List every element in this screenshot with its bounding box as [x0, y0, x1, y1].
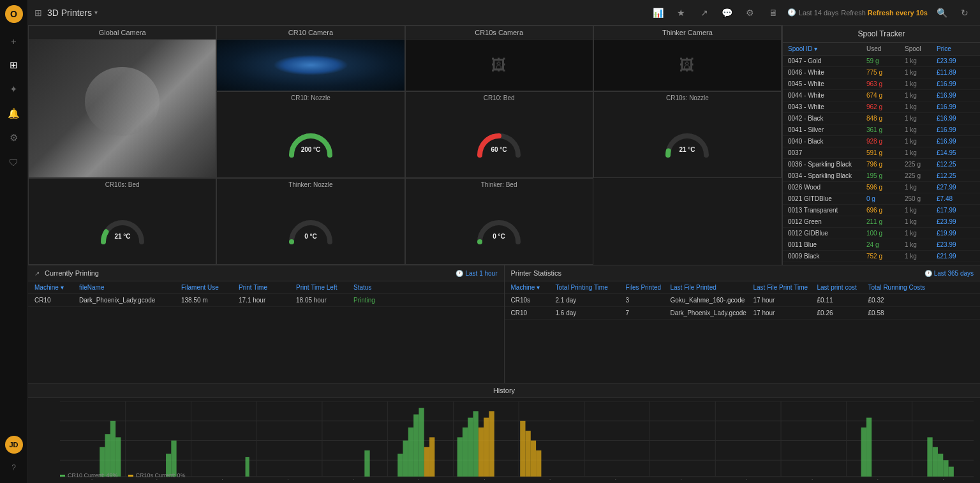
spool-weight: 225 g [905, 172, 937, 179]
ps-total-cost-2: £0.58 [868, 309, 939, 316]
svg-text:5/17: 5/17 [283, 479, 295, 480]
svg-text:5/16: 5/16 [218, 479, 229, 480]
settings-button[interactable]: ⚙ [741, 4, 759, 22]
svg-text:0 °C: 0 °C [304, 233, 317, 240]
spool-list-item[interactable]: 0012 GIDBlue 100 g 1 kg £19.99 [783, 228, 980, 239]
sidebar-item-settings[interactable]: ⚙ [4, 128, 24, 148]
sidebar-item-star[interactable]: ✦ [4, 79, 24, 100]
spool-list-item[interactable]: 0042 - Black 848 g 1 kg £16.99 [783, 113, 980, 124]
comment-button[interactable]: 💬 [718, 4, 736, 22]
cr10s-legend-color [128, 475, 133, 477]
spool-id: 0036 - Sparkling Black [788, 161, 866, 168]
global-camera-feed[interactable] [29, 40, 216, 177]
search-button[interactable]: 🔍 [933, 4, 951, 22]
topbar-grid-icon: ⊞ [34, 8, 42, 18]
spool-tracker: Spool Tracker Spool ID ▾ Used Spool Pric… [782, 26, 980, 265]
svg-text:5/20: 5/20 [480, 479, 491, 480]
sidebar-item-shield[interactable]: 🛡 [4, 152, 24, 172]
spool-price: £21.99 [937, 253, 975, 260]
spool-used: 100 g [866, 230, 905, 237]
time-range: 🕐 Last 14 days Refresh Refresh every 10s [787, 8, 928, 17]
spool-list-item[interactable]: 0012 Green 211 g 1 kg £23.99 [783, 216, 980, 228]
display-button[interactable]: 🖥 [764, 4, 782, 22]
global-camera-panel: Global Camera [28, 26, 216, 178]
sidebar-item-add[interactable]: + [4, 31, 24, 51]
topbar: ⊞ 3D Printers ▾ 📊 ★ ↗ 💬 ⚙ 🖥 🕐 Last 14 da… [28, 0, 980, 26]
spool-list-item[interactable]: 0041 - Silver 361 g 1 kg £16.99 [783, 124, 980, 136]
cr10s-nozzle-title: CR10s: Nozzle [664, 92, 711, 104]
star-button[interactable]: ★ [672, 4, 690, 22]
spool-list-item[interactable]: 0026 Wood 596 g 1 kg £27.99 [783, 182, 980, 193]
ps-last-cost-1: £0.11 [817, 297, 868, 304]
external-link-icon[interactable]: ↗ [34, 270, 40, 277]
spool-list-item[interactable]: 0021 GITDBlue 0 g 250 g £7.48 [783, 193, 980, 205]
spool-used: 674 g [866, 92, 905, 99]
spool-table-header: Spool ID ▾ Used Spool Price [783, 43, 980, 56]
ps-total-cost-1: £0.32 [868, 297, 939, 304]
spool-list-item[interactable]: 0046 - White 775 g 1 kg £11.89 [783, 67, 980, 78]
global-camera-title: Global Camera [29, 26, 216, 40]
ps-last-time-2: 17 hour [754, 309, 817, 316]
spool-used: 0 g [866, 195, 905, 202]
spool-list-item[interactable]: 0011 Blue 24 g 1 kg £23.99 [783, 239, 980, 251]
spool-used: 361 g [866, 126, 905, 133]
spool-list-item[interactable]: 0034 - Sparkling Black 195 g 225 g £12.2… [783, 170, 980, 182]
reload-button[interactable]: ↻ [956, 4, 974, 22]
printer-stats-body: CR10s 2.1 day 3 Goku_Kahme_160-.gcode 17… [505, 294, 981, 383]
share-button[interactable]: ↗ [695, 4, 713, 22]
svg-text:5/19: 5/19 [414, 479, 426, 480]
cr10-nozzle-title: CR10: Nozzle [288, 92, 333, 104]
sidebar-item-notifications[interactable]: 🔔 [4, 103, 24, 124]
spool-list-item[interactable]: 0045 - White 963 g 1 kg £16.99 [783, 78, 980, 90]
spool-list-item[interactable]: 0036 - Sparkling Black 796 g 225 g £12.2… [783, 159, 980, 170]
spool-price: £16.99 [937, 138, 975, 145]
spool-used: 596 g [866, 184, 905, 191]
cr10-legend-label: CR10 Current: 49% [68, 472, 118, 479]
ps-machine-header[interactable]: Machine ▾ [511, 284, 556, 291]
svg-text:0 °C: 0 °C [493, 233, 505, 240]
table-row[interactable]: CR10 1.6 day 7 Dark_Phoenix_Lady.gcode 1… [505, 307, 981, 320]
spool-id: 0041 - Silver [788, 126, 866, 133]
spool-id: 0021 GITDBlue [788, 195, 866, 202]
table-row[interactable]: CR10 Dark_Phoenix_Lady.gcode 138.50 m 17… [28, 294, 504, 307]
app-logo[interactable]: O [5, 5, 23, 23]
cr10s-camera-feed[interactable]: 🖼 [406, 40, 593, 91]
spool-list-item[interactable]: 0047 - Gold 59 g 1 kg £23.99 [783, 56, 980, 67]
spool-id-header[interactable]: Spool ID ▾ [788, 45, 866, 52]
spool-list-item[interactable]: 0044 - White 674 g 1 kg £16.99 [783, 90, 980, 101]
spool-tracker-title: Spool Tracker [783, 26, 980, 43]
svg-rect-53 [933, 447, 938, 477]
cr10-camera-image [217, 40, 404, 91]
cp-filename-header[interactable]: fileName [79, 284, 181, 291]
sidebar-item-dashboard[interactable]: ⊞ [4, 55, 24, 75]
spool-used: 211 g [866, 218, 905, 225]
avatar[interactable]: JD [5, 436, 23, 454]
spool-id: 0042 - Black [788, 115, 866, 122]
ps-last-file-1: Goku_Kahme_160-.gcode [671, 297, 754, 304]
cr10-camera-feed[interactable] [217, 40, 404, 91]
svg-text:5/25: 5/25 [808, 479, 819, 480]
cp-status: Printing [353, 297, 405, 304]
cp-machine-header[interactable]: Machine ▾ [34, 284, 79, 291]
spool-price: £11.89 [937, 69, 975, 76]
spool-list-item[interactable]: 0043 - White 962 g 1 kg £16.99 [783, 101, 980, 113]
svg-rect-34 [408, 427, 413, 477]
svg-rect-52 [927, 437, 932, 477]
table-row[interactable]: CR10s 2.1 day 3 Goku_Kahme_160-.gcode 17… [505, 294, 981, 307]
spool-list-item[interactable]: 0009 Black 752 g 1 kg £21.99 [783, 251, 980, 262]
refresh-label: Refresh Refresh every 10s [841, 9, 928, 17]
cp-status-header: Status [353, 284, 405, 291]
spool-list-item[interactable]: 0040 - Black 928 g 1 kg £16.99 [783, 136, 980, 147]
spool-list-item[interactable]: 0013 Transparent 696 g 1 kg £17.99 [783, 205, 980, 216]
spool-list-item[interactable]: 0037 591 g 1 kg £14.95 [783, 147, 980, 159]
svg-text:5/15: 5/15 [152, 479, 163, 480]
chart-button[interactable]: 📊 [650, 4, 667, 22]
chevron-icon: ▾ [94, 9, 98, 16]
spool-price-header: Price [937, 45, 975, 52]
thinker-camera-feed[interactable]: 🖼 [594, 40, 781, 91]
help-icon[interactable]: ? [4, 457, 24, 478]
spool-price: £16.99 [937, 92, 975, 99]
spool-used: 963 g [866, 80, 905, 87]
svg-rect-42 [473, 411, 479, 477]
thinker-camera-title: Thinker Camera [594, 26, 781, 40]
